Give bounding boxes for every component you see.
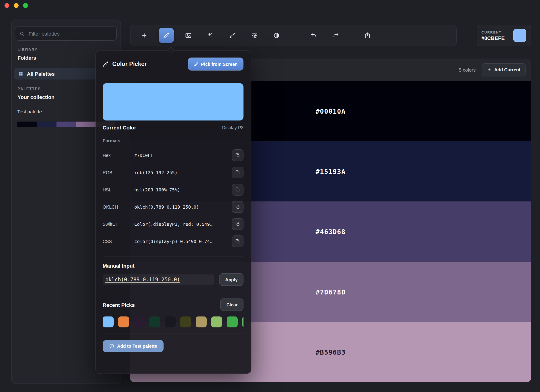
format-value: rgb(125 192 255)	[134, 170, 232, 175]
copy-button[interactable]	[232, 201, 244, 213]
copy-button[interactable]	[232, 218, 244, 230]
copy-button[interactable]	[232, 149, 244, 161]
popover-title: Color Picker	[112, 61, 147, 68]
eyedropper-icon	[103, 61, 109, 67]
recent-swatch[interactable]	[242, 317, 244, 327]
format-label: RGB	[103, 170, 134, 175]
format-row: RGB rgb(125 192 255)	[103, 164, 244, 181]
strip-swatch	[17, 122, 37, 127]
copy-button[interactable]	[232, 235, 244, 247]
adjustments-sliders-icon[interactable]	[247, 28, 262, 43]
effects-wand-icon[interactable]	[203, 28, 218, 43]
recent-picks-heading: Recent Picks	[103, 302, 135, 308]
collection-label[interactable]: Your collection	[18, 94, 55, 100]
format-row: CSS color(display-p3 0.5490 0.74…	[103, 233, 244, 250]
formats-heading: Formats	[103, 138, 244, 144]
redo-button[interactable]	[328, 28, 344, 43]
current-label: CURRENT	[481, 30, 505, 34]
add-current-button[interactable]: Add Current	[482, 63, 525, 76]
current-color-label: Current Color	[103, 125, 136, 131]
recent-swatch[interactable]	[134, 317, 145, 327]
current-hex-value: #8CBEFE	[481, 35, 505, 41]
strip-swatch	[56, 122, 76, 127]
color-picker-popover: Color Picker Pick from Screen Current Co…	[95, 50, 252, 374]
plus-circle-icon	[109, 344, 114, 349]
eyedropper-icon	[194, 62, 198, 66]
format-label: CSS	[103, 239, 134, 244]
recent-swatch[interactable]	[196, 317, 207, 327]
manual-input-heading: Manual Input	[103, 263, 244, 269]
current-color-panel: CURRENT #8CBEFE	[477, 25, 531, 46]
format-row: HSL hsl(209 100% 75%)	[103, 181, 244, 198]
close-button[interactable]	[5, 3, 10, 8]
color-hex-label: #00010A	[316, 107, 346, 115]
grid-icon	[18, 71, 24, 76]
format-label: HSL	[103, 187, 134, 192]
folders-label[interactable]: Folders	[18, 55, 36, 61]
recent-swatch[interactable]	[180, 317, 191, 327]
format-label: Hex	[103, 153, 134, 158]
color-hex-label: #463D68	[316, 228, 346, 235]
format-value: oklch(0.789 0.119 250.0)	[134, 204, 232, 209]
pick-from-screen-button[interactable]: Pick from Screen	[188, 58, 244, 71]
zoom-button[interactable]	[23, 3, 28, 8]
search-icon	[19, 31, 25, 36]
recent-swatch[interactable]	[211, 317, 222, 327]
color-profile-label: Display P3	[222, 125, 243, 130]
format-label: OKLCH	[103, 204, 134, 209]
format-label: SwiftUI	[103, 222, 134, 227]
copy-button[interactable]	[232, 184, 244, 196]
format-value: hsl(209 100% 75%)	[134, 187, 232, 192]
share-button[interactable]	[360, 28, 375, 43]
apply-button[interactable]: Apply	[219, 273, 243, 286]
add-button[interactable]	[137, 28, 152, 43]
strip-swatch	[76, 122, 96, 127]
minimize-button[interactable]	[14, 3, 19, 8]
clear-recent-button[interactable]: Clear	[221, 299, 244, 311]
format-row: SwiftUI Color(.displayP3, red: 0.549…	[103, 215, 244, 233]
add-to-palette-label: Add to Test palette	[117, 344, 157, 349]
app-window: LIBRARY Folders All Palettes PALETTES Yo…	[0, 0, 540, 392]
plus-icon	[487, 68, 492, 72]
contrast-icon[interactable]	[269, 28, 284, 43]
format-row: Hex #7DC0FF	[103, 147, 244, 164]
recent-swatch[interactable]	[103, 317, 114, 327]
sidebar-item-test-palette[interactable]: Test palette	[17, 109, 42, 114]
recent-picks-row	[103, 317, 244, 327]
color-hex-label: #15193A	[316, 168, 346, 175]
pick-from-screen-label: Pick from Screen	[201, 61, 238, 67]
format-value: #7DC0FF	[134, 153, 232, 158]
search-input[interactable]	[28, 30, 112, 37]
color-count: 5 colors	[459, 67, 476, 73]
library-section-label: LIBRARY	[18, 48, 38, 52]
current-color-preview	[103, 83, 244, 120]
image-picker-button[interactable]	[181, 28, 196, 43]
palettes-section-label: PALETTES	[18, 87, 41, 91]
paintbrush-icon[interactable]	[225, 28, 240, 43]
format-value: color(display-p3 0.5490 0.74…	[134, 239, 232, 244]
undo-button[interactable]	[306, 28, 321, 43]
recent-swatch[interactable]	[227, 317, 238, 327]
current-color-swatch[interactable]	[513, 29, 526, 42]
format-value: Color(.displayP3, red: 0.549…	[134, 222, 232, 227]
color-hex-label: #B596B3	[316, 348, 346, 356]
window-controls	[5, 3, 28, 8]
add-current-label: Add Current	[494, 67, 520, 73]
toolbar	[130, 25, 457, 46]
add-to-palette-button[interactable]: Add to Test palette	[103, 340, 164, 352]
recent-swatch[interactable]	[165, 317, 176, 327]
all-palettes-label: All Palettes	[27, 71, 55, 77]
strip-swatch	[37, 122, 57, 127]
copy-button[interactable]	[232, 167, 244, 178]
recent-swatch[interactable]	[118, 317, 129, 327]
popover-arrow	[167, 47, 175, 55]
eyedropper-tool-button[interactable]	[159, 28, 174, 43]
sidebar-item-all-palettes[interactable]: All Palettes	[14, 68, 98, 80]
format-row: OKLCH oklch(0.789 0.119 250.0)	[103, 198, 244, 215]
recent-swatch[interactable]	[149, 317, 160, 327]
color-hex-label: #7D678D	[316, 288, 346, 296]
palette-filter-field[interactable]	[15, 27, 117, 41]
manual-color-input[interactable]	[103, 274, 214, 285]
